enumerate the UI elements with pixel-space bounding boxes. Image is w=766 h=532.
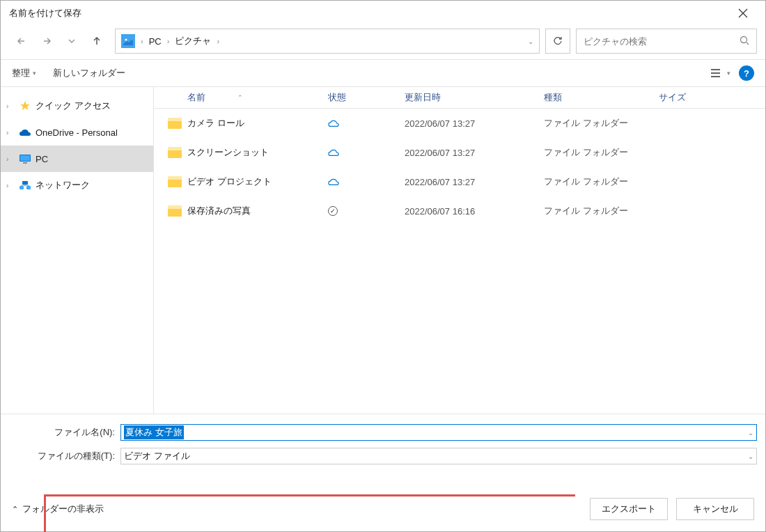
chevron-right-icon: › (6, 102, 15, 110)
toolbar: 整理 ▾ 新しいフォルダー ▾ ? (1, 59, 765, 87)
sidebar-item-quickaccess[interactable]: › クイック アクセス (1, 93, 153, 119)
refresh-button[interactable] (545, 29, 570, 54)
chevron-down-icon[interactable]: ⌄ (528, 38, 533, 45)
svg-rect-8 (26, 186, 31, 189)
recent-dropdown[interactable] (65, 34, 79, 48)
sidebar-item-label: クイック アクセス (36, 100, 111, 112)
view-menu[interactable]: ▾ (710, 68, 730, 78)
svg-rect-6 (22, 181, 28, 185)
breadcrumb[interactable]: › PC › ピクチャ › ⌄ (115, 29, 540, 54)
save-as-dialog: 名前を付けて保存 › PC › ピクチャ › ⌄ (0, 0, 766, 532)
export-button[interactable]: エクスポート (590, 498, 668, 520)
search-box[interactable] (576, 29, 757, 54)
close-button[interactable] (729, 3, 757, 23)
file-type: ファイル フォルダー (544, 175, 659, 188)
svg-point-1 (125, 39, 127, 41)
chevron-right-icon: › (141, 37, 143, 45)
onedrive-icon (19, 126, 31, 139)
breadcrumb-pictures[interactable]: ピクチャ (175, 35, 211, 47)
column-header-type[interactable]: 種類 (544, 91, 659, 104)
file-date: 2022/06/07 13:27 (405, 118, 544, 129)
search-input[interactable] (584, 36, 740, 47)
file-row[interactable]: ビデオ プロジェクト 2022/06/07 13:27 ファイル フォルダー (154, 167, 765, 196)
dialog-title: 名前を付けて保存 (9, 7, 81, 19)
pictures-icon (121, 34, 135, 48)
sort-indicator-icon: ⌃ (237, 94, 243, 101)
filename-value: 夏休み 女子旅 (124, 425, 184, 439)
file-status: ✓ (328, 206, 405, 216)
filename-input[interactable]: 夏休み 女子旅 ⌄ (120, 424, 757, 441)
file-name: ビデオ プロジェクト (187, 175, 328, 188)
forward-button[interactable] (40, 34, 54, 48)
file-list: 名前 ⌃ 状態 更新日時 種類 サイズ カメラ ロール 2022/06/07 1… (154, 87, 765, 414)
file-name: スクリーンショット (187, 146, 328, 159)
new-folder-button[interactable]: 新しいフォルダー (53, 67, 125, 79)
file-type: ファイル フォルダー (544, 117, 659, 130)
dropdown-icon: ▾ (33, 70, 36, 77)
filetype-row: ファイルの種類(T): ビデオ ファイル ⌄ (9, 448, 757, 464)
filetype-value: ビデオ ファイル (124, 450, 190, 462)
file-status (328, 178, 405, 186)
file-row[interactable]: 保存済みの写真 ✓ 2022/06/07 16:16 ファイル フォルダー (154, 196, 765, 226)
chevron-up-icon: ⌃ (12, 505, 18, 514)
synced-icon: ✓ (328, 206, 338, 216)
file-row[interactable]: カメラ ロール 2022/06/07 13:27 ファイル フォルダー (154, 109, 765, 138)
folder-icon (168, 147, 182, 158)
filename-label: ファイル名(N): (9, 426, 120, 439)
folder-icon (168, 205, 182, 217)
column-header-name[interactable]: 名前 ⌃ (168, 91, 328, 104)
action-bar: ⌃ フォルダーの非表示 エクスポート キャンセル (1, 478, 765, 531)
sidebar-item-label: OneDrive - Personal (36, 127, 118, 138)
chevron-right-icon: › (6, 182, 15, 189)
file-type: ファイル フォルダー (544, 146, 659, 159)
dropdown-icon: ▾ (727, 70, 730, 77)
dropdown-icon[interactable]: ⌄ (748, 429, 753, 437)
search-icon[interactable] (740, 36, 749, 47)
file-type: ファイル フォルダー (544, 205, 659, 217)
cancel-button[interactable]: キャンセル (676, 498, 754, 520)
breadcrumb-right: ⌄ (528, 38, 533, 45)
dropdown-icon[interactable]: ⌄ (748, 453, 753, 460)
chevron-right-icon: › (6, 155, 15, 163)
svg-rect-4 (20, 155, 30, 161)
filetype-select[interactable]: ビデオ ファイル ⌄ (120, 448, 757, 464)
help-button[interactable]: ? (739, 65, 754, 81)
sidebar-item-pc[interactable]: › PC (1, 146, 153, 172)
file-name: 保存済みの写真 (187, 205, 328, 217)
chevron-right-icon: › (217, 37, 219, 45)
file-row[interactable]: スクリーンショット 2022/06/07 13:27 ファイル フォルダー (154, 138, 765, 167)
file-name: カメラ ロール (187, 117, 328, 130)
sidebar-item-network[interactable]: › ネットワーク (1, 172, 153, 198)
file-date: 2022/06/07 13:27 (405, 177, 544, 187)
svg-point-2 (741, 36, 747, 42)
file-status (328, 148, 405, 157)
folder-icon (168, 118, 182, 129)
bottom-fields: ファイル名(N): 夏休み 女子旅 ⌄ ファイルの種類(T): ビデオ ファイル… (1, 414, 765, 478)
annotation-line (44, 494, 575, 496)
column-header-size[interactable]: サイズ (659, 91, 714, 104)
svg-rect-7 (19, 186, 24, 189)
nav-buttons (9, 34, 109, 48)
column-header-date[interactable]: 更新日時 (405, 91, 544, 104)
network-icon (19, 179, 31, 191)
up-button[interactable] (90, 34, 104, 48)
annotation-line (44, 494, 46, 532)
back-button[interactable] (15, 34, 29, 48)
column-headers: 名前 ⌃ 状態 更新日時 種類 サイズ (154, 87, 765, 109)
column-header-status[interactable]: 状態 (328, 91, 405, 104)
titlebar: 名前を付けて保存 (1, 1, 765, 26)
pc-icon (19, 152, 31, 165)
star-icon (19, 100, 31, 112)
svg-rect-5 (23, 162, 27, 164)
file-date: 2022/06/07 16:16 (405, 206, 544, 217)
hide-folders-button[interactable]: ⌃ フォルダーの非表示 (12, 503, 104, 515)
filename-row: ファイル名(N): 夏休み 女子旅 ⌄ (9, 424, 757, 441)
sidebar-item-label: PC (36, 154, 48, 164)
breadcrumb-pc[interactable]: PC (149, 36, 162, 47)
sidebar-item-label: ネットワーク (36, 179, 90, 191)
sidebar-item-onedrive[interactable]: › OneDrive - Personal (1, 119, 153, 146)
sidebar: › クイック アクセス › OneDrive - Personal › PC ›… (1, 87, 154, 414)
chevron-right-icon: › (167, 37, 170, 45)
main-area: › クイック アクセス › OneDrive - Personal › PC ›… (1, 87, 765, 414)
organize-menu[interactable]: 整理 ▾ (12, 67, 36, 79)
